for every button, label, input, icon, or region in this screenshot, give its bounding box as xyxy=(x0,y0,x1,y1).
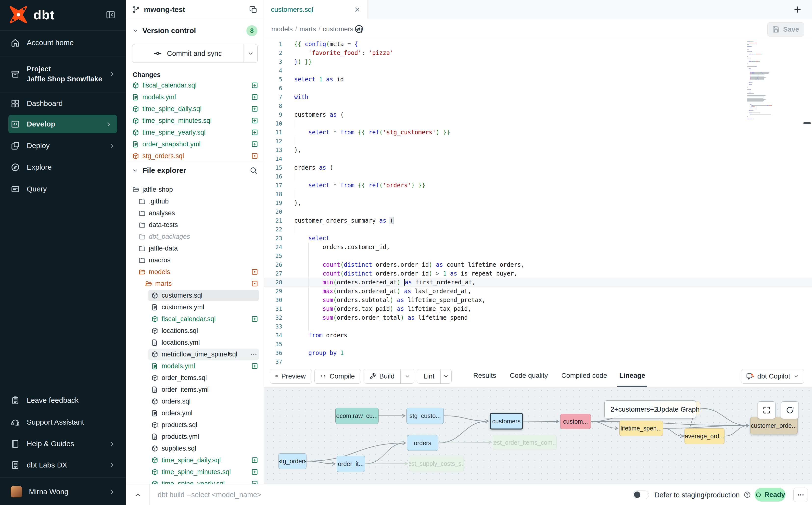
tree-item-fiscal-calendar-sql[interactable]: fiscal_calendar.sql xyxy=(126,313,264,325)
code-line-26[interactable]: 26 count(distinct orders.order_id) as co… xyxy=(264,260,812,269)
tree-item-models[interactable]: models xyxy=(126,266,264,278)
lineage-node-stg_orders[interactable]: stg_orders xyxy=(279,453,306,469)
breadcrumb-item[interactable]: models xyxy=(272,25,293,33)
minus-badge-icon[interactable] xyxy=(251,480,259,484)
tree-item-models-yml[interactable]: models.yml xyxy=(126,360,264,372)
code-line-31[interactable]: 31 sum(orders.tax_paid) as lifetime_tax_… xyxy=(264,305,812,313)
minimap[interactable] xyxy=(747,41,779,120)
add-badge-icon[interactable] xyxy=(251,129,259,136)
results-tab-lineage[interactable]: Lineage xyxy=(615,365,649,386)
help-tooltip-icon[interactable] xyxy=(744,491,751,498)
results-tab-code-quality[interactable]: Code quality xyxy=(507,365,551,386)
tree-item-dbt-packages[interactable]: dbt_packages xyxy=(126,231,264,242)
sidebar-item-deploy[interactable]: Deploy xyxy=(0,135,126,156)
update-graph-button[interactable]: Update Graph xyxy=(660,400,696,418)
code-line-14[interactable]: 14 xyxy=(264,154,812,163)
code-line-30[interactable]: 30 sum(orders.subtotal) as lifetime_spen… xyxy=(264,296,812,305)
breadcrumb-item[interactable]: marts xyxy=(300,25,316,33)
code-line-13[interactable]: 13), xyxy=(264,146,812,154)
sidebar-item-leave-feedback[interactable]: Leave feedback xyxy=(0,389,126,411)
dot-badge-icon[interactable] xyxy=(251,268,259,276)
sidebar-item-explore[interactable]: Explore xyxy=(0,156,126,178)
code-line-18[interactable]: 18 xyxy=(264,190,812,199)
code-line-15[interactable]: 15orders as ( xyxy=(264,163,812,172)
commit-options-dropdown[interactable] xyxy=(243,44,258,62)
lineage-node-test_supply[interactable]: test_supply_costs_s... xyxy=(409,456,464,471)
tree-item-order-items-sql[interactable]: order_items.sql xyxy=(126,372,264,384)
code-line-25[interactable]: 25 xyxy=(264,251,812,260)
code-line-21[interactable]: 21customer_orders_summary as ( xyxy=(264,216,812,225)
tree-item-customers-yml[interactable]: customers.yml xyxy=(126,301,264,313)
code-line-37[interactable]: 37 xyxy=(264,357,812,365)
code-line-20[interactable]: 20 xyxy=(264,207,812,216)
file-explorer-header[interactable]: File explorer xyxy=(126,165,264,176)
code-line-5[interactable]: 5select 1 as id xyxy=(264,75,812,84)
sidebar-item-help-guides[interactable]: Help & Guides xyxy=(0,433,126,455)
code-line-34[interactable]: 34 from orders xyxy=(264,331,812,340)
tree-item-locations-sql[interactable]: locations.sql xyxy=(126,325,264,337)
lineage-node-stg_custo[interactable]: stg_custo... xyxy=(407,408,444,424)
lineage-node-custom[interactable]: custom... xyxy=(560,414,591,429)
version-control-header[interactable]: Version control 8 xyxy=(126,24,264,37)
code-line-12[interactable]: 12 xyxy=(264,137,812,146)
lineage-compass-icon[interactable] xyxy=(354,24,364,34)
lineage-node-orders[interactable]: orders xyxy=(407,435,438,451)
code-line-28[interactable]: 28 min(orders.ordered_at) as first_order… xyxy=(264,278,812,287)
add-badge-icon[interactable] xyxy=(251,105,259,113)
code-line-32[interactable]: 32 sum(orders.order_total) as lifetime_s… xyxy=(264,313,812,322)
command-input[interactable]: dbt build --select <model_name> xyxy=(158,491,261,499)
code-line-9[interactable]: 9customers as ( xyxy=(264,110,812,119)
change-item[interactable]: stg_orders.sql xyxy=(126,150,264,161)
change-item[interactable]: fiscal_calendar.sql xyxy=(126,79,264,91)
change-item[interactable]: order_snapshot.yml xyxy=(126,138,264,150)
code-line-29[interactable]: 29 max(orders.ordered_at) as last_ordere… xyxy=(264,287,812,296)
add-badge-icon[interactable] xyxy=(251,81,259,89)
code-line-11[interactable]: 11 select * from {{ ref('stg_customers')… xyxy=(264,128,812,137)
tab-customers-sql[interactable]: customers.sql xyxy=(264,0,368,19)
status-badge[interactable]: Ready xyxy=(755,488,786,502)
code-line-33[interactable]: 33 xyxy=(264,322,812,331)
lint-button[interactable]: Lint xyxy=(417,369,452,384)
code-line-24[interactable]: 24 orders.customer_id, xyxy=(264,243,812,251)
change-item[interactable]: models.yml xyxy=(126,91,264,103)
plus-badge-icon[interactable] xyxy=(251,362,259,370)
sidebar-item-account-home[interactable]: Account home xyxy=(0,31,126,54)
sidebar-item-dbt-labs-dx[interactable]: dbt Labs DX xyxy=(0,454,126,476)
code-line-16[interactable]: 16 xyxy=(264,172,812,181)
change-item[interactable]: time_spine_yearly.sql xyxy=(126,127,264,138)
code-line-35[interactable]: 35 xyxy=(264,340,812,349)
code-line-8[interactable]: 8 xyxy=(264,102,812,110)
code-line-23[interactable]: 23 select xyxy=(264,234,812,243)
refresh-graph-button[interactable] xyxy=(781,401,799,419)
sidebar-collapse-icon[interactable] xyxy=(106,10,116,20)
tree-item-orders-yml[interactable]: orders.yml xyxy=(126,407,264,419)
tree-item-jaffle-shop[interactable]: jaffle-shop xyxy=(126,184,264,195)
lineage-node-ecom[interactable]: ecom.raw_cu... xyxy=(335,408,378,424)
more-options-button[interactable] xyxy=(793,488,808,502)
lineage-node-customers[interactable]: customers xyxy=(490,413,523,430)
tree-item-order-items-yml[interactable]: order_items.yml xyxy=(126,384,264,395)
change-item[interactable]: time_spine_daily.sql xyxy=(126,103,264,115)
tree-item-time-spine-minutes-sql[interactable]: time_spine_minutes.sql xyxy=(126,466,264,478)
add-badge-icon[interactable] xyxy=(251,141,259,148)
tree-item-products-yml[interactable]: products.yml xyxy=(126,431,264,443)
code-line-22[interactable]: 22 xyxy=(264,225,812,234)
sidebar-item-dashboard[interactable]: Dashboard xyxy=(0,93,126,114)
code-line-1[interactable]: 1{{ config(meta = { xyxy=(264,40,812,48)
code-editor[interactable]: 1{{ config(meta = {2 'favorite_food': 'p… xyxy=(264,39,812,365)
code-line-27[interactable]: 27 count(distinct orders.order_id) > 1 a… xyxy=(264,269,812,278)
expand-panel-icon[interactable] xyxy=(134,491,142,499)
code-line-17[interactable]: 17 select * from {{ ref('orders') }} xyxy=(264,181,812,190)
code-line-10[interactable]: 10 xyxy=(264,119,812,128)
build-options-dropdown[interactable] xyxy=(400,369,414,383)
plus-badge-icon[interactable] xyxy=(251,468,259,476)
results-tab-results[interactable]: Results xyxy=(468,365,502,386)
lineage-node-test_order_items[interactable]: test_order_items_com... xyxy=(493,435,556,450)
save-button[interactable]: Save xyxy=(767,22,804,36)
results-tab-compiled-code[interactable]: Compiled code xyxy=(560,365,609,386)
lint-options-dropdown[interactable] xyxy=(440,369,451,383)
change-item[interactable]: time_spine_minutes.sql xyxy=(126,115,264,127)
tree-item-products-sql[interactable]: products.sql xyxy=(126,419,264,431)
dbt-copilot-button[interactable]: dbt Copilot xyxy=(741,369,804,384)
tree-item-data-tests[interactable]: data-tests xyxy=(126,219,264,231)
